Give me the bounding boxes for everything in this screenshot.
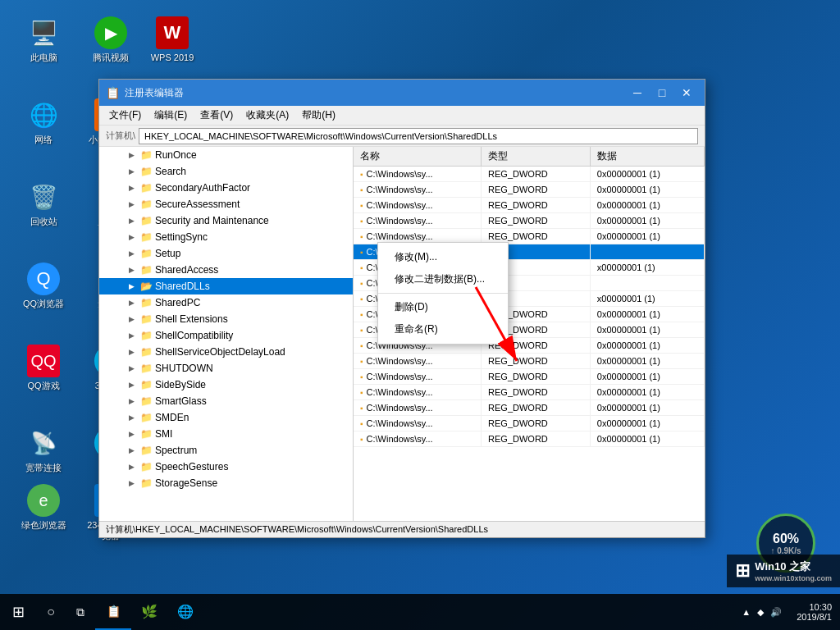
menu-favorites[interactable]: 收藏夹(A) [240, 107, 295, 124]
tree-item-shell-extensions[interactable]: ▶ 📁 Shell Extensions [99, 311, 353, 327]
menu-edit[interactable]: 编辑(E) [148, 107, 194, 124]
table-row[interactable]: ▪C:\Windows\sy...REG_DWORD0x00000001 (1) [354, 431, 705, 447]
table-row[interactable]: ▪C:\Windows\sy...REG_DWORD0x00000001 (1) [354, 182, 705, 198]
reg-data-cell: 0x00000001 (1) [590, 213, 704, 229]
reg-value-icon: ▪ [360, 357, 363, 366]
tree-item-shutdown[interactable]: ▶ 📁 SHUTDOWN [99, 360, 353, 377]
taskbar-app-registry[interactable]: 📋 [95, 594, 131, 630]
desktop-icon-wps[interactable]: W WPS 2019 [144, 16, 201, 63]
tree-item-search[interactable]: ▶ 📁 Search [99, 163, 353, 180]
tree-arrow-speech-gestures: ▶ [129, 463, 140, 471]
tree-item-smart-glass[interactable]: ▶ 📁 SmartGlass [99, 393, 353, 409]
menu-file[interactable]: 文件(F) [103, 107, 148, 124]
tree-item-smden[interactable]: ▶ 📁 SMDEn [99, 409, 353, 426]
taskbar-search-button[interactable]: ○ [36, 594, 66, 630]
desktop-icon-broadband[interactable]: 📡 宽带连接 [15, 427, 72, 473]
tray-up-arrow[interactable]: ▲ [742, 607, 751, 617]
table-row[interactable]: ▪C:\Windows\sy...REG_DWORD0x00000001 (1) [354, 354, 705, 369]
green-browser-label: 绿色浏览器 [21, 520, 66, 531]
tree-label-spectrum: Spectrum [155, 445, 197, 456]
reg-data-cell: 0x00000001 (1) [590, 338, 704, 354]
desktop-icon-this-pc[interactable]: 🖥️ 此电脑 [15, 16, 72, 63]
address-input[interactable] [139, 128, 698, 144]
minimize-button[interactable]: ─ [626, 84, 649, 102]
folder-icon-setup: 📁 [140, 248, 155, 259]
ctx-modify-binary[interactable]: 修改二进制数据(B)... [378, 268, 508, 290]
tree-item-shared-pc[interactable]: ▶ 📁 SharedPC [99, 294, 353, 311]
table-row[interactable]: ▪C:\Windows\sy...REG_DWORD0x00000001 (1) [354, 416, 705, 431]
reg-value-icon: ▪ [360, 201, 363, 210]
tree-item-secure-assess[interactable]: ▶ 📁 SecureAssessment [99, 196, 353, 212]
tree-item-secondary-auth[interactable]: ▶ 📁 SecondaryAuthFactor [99, 180, 353, 196]
table-row[interactable]: ▪C:\Windows\sy...REG_DWORD0x00000001 (1) [354, 385, 705, 400]
window-title: 注册表编辑器 [125, 86, 626, 100]
ctx-modify[interactable]: 修改(M)... [378, 246, 508, 268]
tree-arrow-search: ▶ [129, 167, 140, 176]
menu-view[interactable]: 查看(V) [194, 107, 240, 124]
tree-item-side-by-side[interactable]: ▶ 📁 SideBySide [99, 377, 353, 393]
table-row[interactable]: ▪C:\Windows\sy...REG_DWORD0x00000001 (1) [354, 198, 705, 213]
clock-date: 2019/8/1 [797, 612, 832, 622]
qq-browser-icon: Q [27, 262, 60, 295]
tree-item-setting-sync[interactable]: ▶ 📁 SettingSync [99, 229, 353, 245]
broadband-label: 宽带连接 [25, 463, 62, 473]
reg-value-icon: ▪ [360, 341, 363, 350]
reg-data-cell: 0x00000001 (1) [590, 322, 704, 338]
tree-item-storage-sense[interactable]: ▶ 📁 StorageSense [99, 475, 353, 491]
table-row[interactable]: ▪C:\Windows\sy...REG_DWORD0x00000001 (1) [354, 167, 705, 182]
wps-label: WPS 2019 [151, 52, 194, 63]
tree-arrow-runonce: ▶ [129, 151, 140, 159]
tree-item-spectrum[interactable]: ▶ 📁 Spectrum [99, 442, 353, 459]
taskbar-app-browser[interactable]: 🌿 [131, 594, 167, 630]
address-label-text: 计算机\ [106, 130, 135, 142]
maximize-button[interactable]: □ [651, 84, 673, 102]
reg-value-icon: ▪ [360, 263, 363, 272]
close-button[interactable]: ✕ [675, 84, 698, 102]
tree-arrow-smart-glass: ▶ [129, 397, 140, 405]
reg-name-cell: ▪C:\Windows\sy... [354, 431, 482, 447]
desktop-icon-network[interactable]: 🌐 网络 [15, 98, 72, 145]
desktop-icon-tencent-video[interactable]: ▶ 腾讯视频 [82, 16, 139, 63]
table-row[interactable]: ▪C:\Windows\sy...REG_DWORD0x00000001 (1) [354, 369, 705, 385]
tree-item-security-maint[interactable]: ▶ 📁 Security and Maintenance [99, 212, 353, 229]
tree-item-shell-compat[interactable]: ▶ 📁 ShellCompatibility [99, 327, 353, 344]
menu-help[interactable]: 帮助(H) [295, 107, 342, 124]
tree-item-setup[interactable]: ▶ 📁 Setup [99, 245, 353, 262]
reg-type-cell: REG_DWORD [482, 369, 591, 385]
desktop-icon-qq-game[interactable]: QQ QQ游戏 [15, 345, 72, 391]
tree-label-search: Search [155, 166, 186, 177]
tree-item-smi[interactable]: ▶ 📁 SMI [99, 426, 353, 442]
tree-arrow-smden: ▶ [129, 413, 140, 422]
ctx-delete[interactable]: 删除(D) [378, 296, 508, 318]
desktop-icon-green-browser[interactable]: e 绿色浏览器 [15, 484, 72, 531]
folder-icon-shared-dlls: 📂 [140, 281, 155, 292]
start-button[interactable]: ⊞ [0, 594, 36, 630]
win10-badge-text: Win10 之家 www.win10xtong.com [755, 559, 832, 582]
tree-item-shared-dlls[interactable]: ▶ 📂 SharedDLLs [99, 278, 353, 294]
reg-value-icon: ▪ [360, 279, 363, 288]
table-row[interactable]: ▪C:\Windows\sy...REG_DWORD0x00000001 (1) [354, 400, 705, 416]
folder-icon-spectrum: 📁 [140, 445, 155, 456]
tree-item-shell-service[interactable]: ▶ 📁 ShellServiceObjectDelayLoad [99, 344, 353, 360]
reg-value-icon: ▪ [360, 185, 363, 194]
folder-icon-secure-assess: 📁 [140, 199, 155, 210]
tray-network[interactable]: ◆ [757, 607, 764, 618]
tree-arrow-shell-compat: ▶ [129, 331, 140, 340]
tree-arrow-shell-service: ▶ [129, 348, 140, 356]
taskbar-clock[interactable]: 10:30 2019/8/1 [788, 602, 840, 622]
ctx-rename[interactable]: 重命名(R) [378, 318, 508, 340]
status-text: 计算机\HKEY_LOCAL_MACHINE\SOFTWARE\Microsof… [106, 523, 488, 536]
tray-volume[interactable]: 🔊 [770, 607, 782, 618]
task-view-button[interactable]: ⧉ [66, 594, 95, 630]
taskbar-app-net[interactable]: 🌐 [167, 594, 203, 630]
wps-icon: W [156, 16, 189, 49]
tree-label-storage-sense: StorageSense [155, 477, 217, 489]
tree-item-shared-access[interactable]: ▶ 📁 SharedAccess [99, 262, 353, 278]
speed-value: ↑ 0.9K/s [770, 546, 801, 555]
col-header-type: 类型 [482, 147, 591, 167]
desktop-icon-qq-browser[interactable]: Q QQ浏览器 [15, 262, 72, 309]
tree-item-speech-gestures[interactable]: ▶ 📁 SpeechGestures [99, 459, 353, 475]
tree-item-runonce[interactable]: ▶ 📁 RunOnce [99, 147, 353, 163]
desktop-icon-recycle[interactable]: 🗑️ 回收站 [15, 180, 72, 227]
table-row[interactable]: ▪C:\Windows\sy...REG_DWORD0x00000001 (1) [354, 213, 705, 229]
